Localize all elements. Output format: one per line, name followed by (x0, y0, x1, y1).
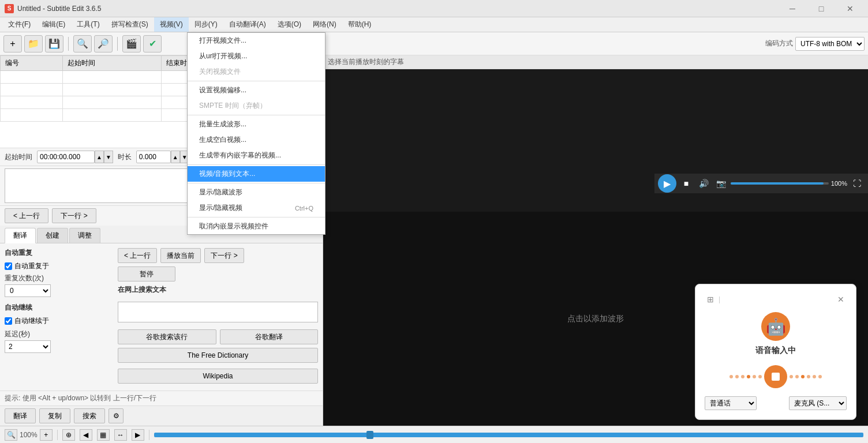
wikipedia-button[interactable]: Wikipedia (118, 369, 318, 384)
toolbar-separator-2 (117, 37, 118, 51)
prev-row-button[interactable]: < 上一行 (5, 208, 48, 223)
auto-repeat-box: 自动重复 自动重复于 重复次数(次) 0 1 2 自动继续 (5, 248, 108, 386)
show-video-label: 显示/隐藏视频 (199, 203, 242, 213)
repeat-count-select[interactable]: 0 1 2 (5, 284, 51, 297)
start-time-up[interactable]: ▲ (95, 151, 104, 163)
save-button[interactable]: 💾 (45, 35, 63, 52)
menu-network[interactable]: 网络(N) (307, 17, 342, 32)
menu-gen-with-subs[interactable]: 生成带有内嵌字幕的视频... (188, 148, 325, 163)
start-time-down[interactable]: ▼ (104, 151, 113, 163)
open-button[interactable]: 📁 (24, 35, 43, 52)
col-start: 起始时间 (62, 56, 161, 71)
next-row-play-button[interactable]: 下一行 > (204, 248, 244, 263)
settings-button[interactable]: ⚙ (108, 408, 124, 423)
wave-dot-10 (807, 375, 810, 378)
start-time-input[interactable] (37, 151, 95, 163)
menu-help[interactable]: 帮助(H) (342, 17, 377, 32)
status-separator-1 (57, 430, 58, 440)
zoom-prev-button[interactable]: ◀ (80, 429, 92, 441)
menu-cancel-embedded[interactable]: 取消内嵌显示视频控件 (188, 219, 325, 234)
zoom-fit-button[interactable]: ⊕ (62, 429, 75, 441)
menu-batch-waveform[interactable]: 批量生成波形... (188, 117, 325, 132)
duration-up[interactable]: ▲ (171, 151, 180, 163)
video-progress-bar[interactable] (731, 182, 829, 185)
zoom-next-button[interactable]: ↔ (114, 429, 127, 441)
speech-separator: | (719, 295, 720, 303)
find-replace-button[interactable]: 🔎 (94, 35, 113, 52)
position-slider[interactable] (154, 433, 863, 437)
menu-tools[interactable]: 工具(T) (71, 17, 105, 32)
waveform-view-button[interactable]: ▦ (97, 429, 110, 441)
video-screenshot-button[interactable]: 📷 (713, 176, 728, 191)
translate-button[interactable]: 翻译 (5, 408, 36, 423)
menu-set-offset[interactable]: 设置视频偏移... (188, 82, 325, 98)
zoom-level: 100% (20, 431, 38, 439)
video-volume-button[interactable]: 🔊 (696, 176, 711, 191)
menu-file[interactable]: 文件(F) (2, 17, 36, 32)
new-button[interactable]: + (3, 35, 22, 52)
menu-show-video[interactable]: 显示/隐藏视频 Ctrl+Q (188, 200, 325, 216)
speech-grid-icon[interactable]: ⊞ (705, 294, 716, 305)
menu-video[interactable]: 视频(V) (154, 17, 189, 32)
speech-language-select[interactable]: 普通话 (705, 396, 757, 410)
search-button[interactable]: 搜索 (74, 408, 105, 423)
video-zoom-level: 100% (831, 180, 847, 187)
google-translate-button[interactable]: 谷歌翻译 (220, 329, 319, 344)
prev-row-play-button[interactable]: < 上一行 (118, 248, 157, 263)
tab-adjust[interactable]: 调整 (69, 228, 100, 243)
copy-button[interactable]: 复制 (39, 408, 70, 423)
delay-select[interactable]: 2 1 3 (5, 340, 51, 353)
tab-translate[interactable]: 翻译 (5, 228, 36, 243)
speech-mic-select[interactable]: 麦克风 (S... (789, 396, 847, 410)
hint-text: 提示: 使用 <Alt + up/down> 以转到 上一行/下一行 (0, 391, 323, 406)
zoom-out-button[interactable]: 🔍 (5, 429, 17, 441)
google-search-button[interactable]: 谷歌搜索该行 (118, 329, 216, 344)
encoding-select[interactable]: UTF-8 with BOM (795, 37, 865, 51)
minimize-button[interactable]: ─ (779, 0, 806, 17)
wave-dot-9 (801, 375, 805, 378)
next-row-button[interactable]: 下一行 > (52, 208, 96, 223)
auto-continue-checkbox[interactable] (5, 317, 12, 325)
menu-video-to-text[interactable]: 视频/音频到文本... (188, 166, 325, 182)
menu-autotranslate[interactable]: 自动翻译(A) (223, 17, 272, 32)
find-button[interactable]: 🔍 (73, 35, 92, 52)
wave-dot-3 (741, 375, 744, 378)
speech-close-button[interactable]: ✕ (835, 294, 847, 305)
dropdown-separator-5 (188, 217, 325, 217)
video-stop-button[interactable]: ■ (679, 176, 694, 191)
auto-repeat-checkbox[interactable] (5, 262, 12, 270)
close-button[interactable]: ✕ (837, 0, 863, 17)
menu-spellcheck[interactable]: 拼写检查(S) (106, 17, 154, 32)
position-handle[interactable] (366, 431, 373, 439)
video-button[interactable]: 🎬 (122, 35, 141, 52)
play-current-button[interactable]: 播放当前 (160, 248, 201, 263)
auto-repeat-title: 自动重复 (5, 248, 108, 258)
menu-show-waveform[interactable]: 显示/隐藏波形 (188, 185, 325, 200)
menu-open-video[interactable]: 打开视频文件... (188, 33, 325, 48)
encoding-label: 编码方式 (765, 39, 793, 48)
wave-dot-4 (747, 375, 750, 378)
free-dictionary-button[interactable]: The Free Dictionary (118, 348, 318, 363)
video-fullscreen-button[interactable]: ⛶ (850, 176, 865, 191)
pause-button[interactable]: 暂停 (118, 266, 175, 281)
zoom-in-button[interactable]: + (40, 429, 53, 441)
maximize-button[interactable]: □ (808, 0, 835, 17)
dropdown-separator-2 (188, 115, 325, 115)
speech-stop-button[interactable] (764, 365, 787, 388)
app-icon: S (5, 4, 14, 13)
dropdown-separator-3 (188, 164, 325, 165)
check-button[interactable]: ✔ (143, 35, 162, 52)
duration-input[interactable] (136, 151, 171, 163)
menu-options[interactable]: 选项(O) (272, 17, 307, 32)
bottom-action-row: 翻译 复制 搜索 ⚙ (0, 406, 323, 426)
speech-title: 语音输入中 (705, 346, 847, 356)
tab-create[interactable]: 创建 (37, 228, 68, 243)
menu-sync[interactable]: 同步(Y) (189, 17, 223, 32)
pos-button[interactable]: ▶ (132, 429, 144, 441)
menu-edit[interactable]: 编辑(E) (36, 17, 71, 32)
menu-open-url[interactable]: 从url打开视频... (188, 48, 325, 64)
show-video-shortcut: Ctrl+Q (295, 205, 313, 212)
search-text-input[interactable] (118, 302, 318, 322)
menu-gen-blank[interactable]: 生成空白视频... (188, 132, 325, 148)
video-play-button[interactable]: ▶ (658, 174, 676, 193)
